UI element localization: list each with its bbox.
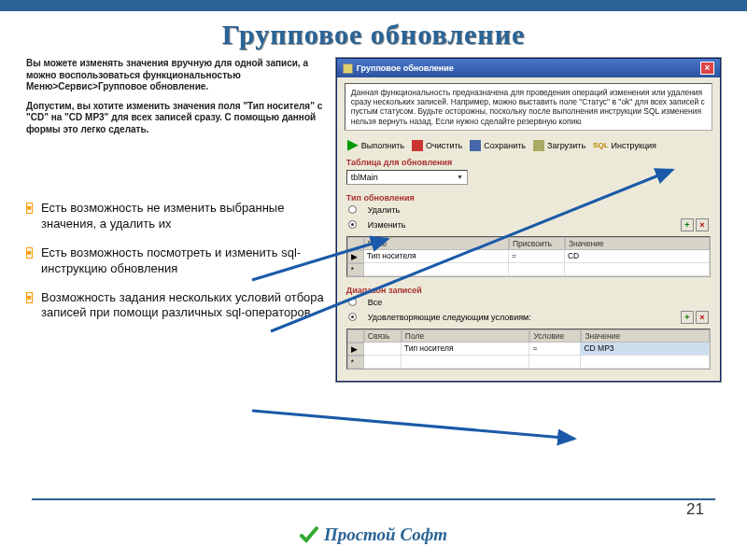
load-icon <box>533 140 544 151</box>
run-button[interactable]: Выполнить <box>345 139 407 152</box>
sql-icon: SQL <box>593 141 608 149</box>
remove-button[interactable]: × <box>696 311 709 324</box>
section-range: Диапазон записей <box>337 283 720 296</box>
chevron-down-icon: ▼ <box>457 174 463 180</box>
sql-button[interactable]: SQLИнструкция <box>590 140 659 151</box>
batch-update-dialog: Групповое обновление × Данная функционал… <box>336 58 721 382</box>
table-combo[interactable]: tblMain▼ <box>346 170 468 185</box>
radio-conditions[interactable] <box>348 313 357 321</box>
bullet-item: Возможность задания нескольких условий о… <box>26 290 327 322</box>
footer-logo: Простой Софт <box>0 525 747 545</box>
remove-button[interactable]: × <box>696 218 709 231</box>
bullet-item: Есть возможность не изменить выбранные з… <box>26 201 327 232</box>
save-icon <box>470 140 481 151</box>
svg-line-2 <box>252 411 574 439</box>
add-button[interactable]: + <box>681 311 694 324</box>
radio-update[interactable] <box>348 220 357 229</box>
play-icon <box>347 140 359 151</box>
section-table: Таблица для обновления <box>337 155 720 168</box>
dialog-info: Данная функциональность предназначена дл… <box>345 83 712 131</box>
page-number: 21 <box>686 500 704 519</box>
intro-text: Вы можете изменять значения вручную для … <box>26 58 327 135</box>
section-type: Тип обновления <box>337 190 720 203</box>
clear-button[interactable]: Очистить <box>409 139 465 152</box>
app-icon <box>343 63 353 74</box>
radio-delete[interactable] <box>348 205 357 214</box>
toolbar: Выполнить Очистить Сохранить Загрузить S… <box>337 136 720 155</box>
check-icon <box>300 525 318 544</box>
load-button[interactable]: Загрузить <box>530 139 588 152</box>
row-selector[interactable]: ▶ <box>347 343 364 356</box>
save-button[interactable]: Сохранить <box>467 139 529 152</box>
row-selector[interactable]: ▶ <box>347 250 364 263</box>
conditions-grid[interactable]: Связь Поле Условие Значение ▶ Тип носите… <box>346 329 711 370</box>
clear-icon <box>412 140 423 151</box>
page-title: Групповое обновление <box>0 19 747 50</box>
radio-all[interactable] <box>348 298 357 306</box>
dialog-titlebar: Групповое обновление × <box>337 59 720 77</box>
close-button[interactable]: × <box>700 62 714 75</box>
update-grid[interactable]: Поле Присвоить Значение ▶ Тип носителя =… <box>346 236 711 277</box>
add-button[interactable]: + <box>681 218 694 231</box>
bullet-item: Есть возможность посмотреть и изменить s… <box>26 245 327 277</box>
